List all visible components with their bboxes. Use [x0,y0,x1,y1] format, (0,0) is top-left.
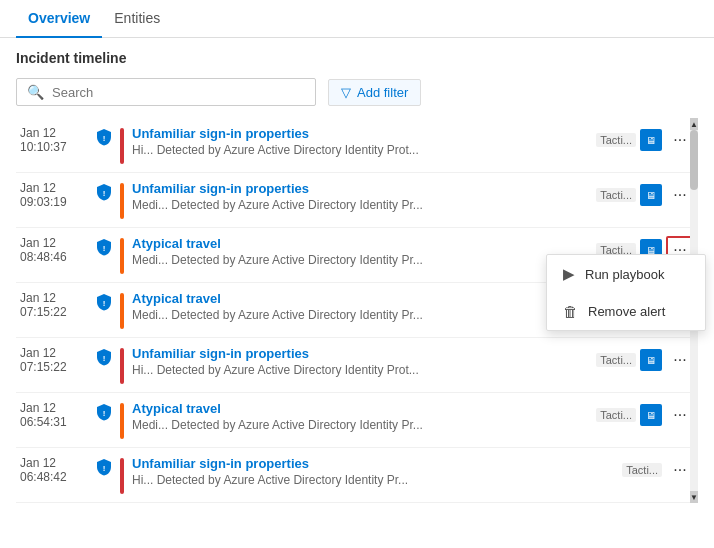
severity-indicator [120,348,124,384]
shield-icon: ! [94,128,114,146]
date-col: Jan 12 07:15:22 [20,291,88,319]
date: Jan 12 [20,181,88,195]
shield-icon: ! [94,458,114,476]
tactic-tag: Tacti... [622,463,662,477]
right-area: Tacti... 🖥 ··· [596,401,694,429]
time: 08:48:46 [20,250,88,264]
scroll-up-button[interactable]: ▲ [690,118,698,130]
search-input[interactable] [52,85,305,100]
menu-icon: 🗑 [563,303,578,320]
tactic-tag: Tacti... [596,188,636,202]
menu-item-label: Run playbook [585,267,665,282]
context-menu-item-run-playbook[interactable]: ▶Run playbook [547,255,705,293]
item-title: Atypical travel [132,401,592,416]
item-desc: Hi... Detected by Azure Active Directory… [132,363,592,377]
scroll-down-button[interactable]: ▼ [690,491,698,503]
svg-text:!: ! [103,299,106,308]
svg-text:🖥: 🖥 [646,135,656,146]
item-title: Atypical travel [132,236,592,251]
timeline-item: Jan 12 10:10:37 ! Unfamiliar sign-in pro… [16,118,698,173]
date: Jan 12 [20,236,88,250]
svg-text:!: ! [103,244,106,253]
date-col: Jan 12 10:10:37 [20,126,88,154]
item-content: Unfamiliar sign-in properties Hi... Dete… [132,126,592,157]
severity-indicator [120,458,124,494]
svg-text:🖥: 🖥 [646,355,656,366]
add-filter-button[interactable]: ▽ Add filter [328,79,421,106]
item-content: Atypical travel Medi... Detected by Azur… [132,236,592,267]
alert-icon[interactable]: 🖥 [640,349,662,371]
severity-indicator [120,293,124,329]
item-content: Unfamiliar sign-in properties Hi... Dete… [132,456,618,487]
date-col: Jan 12 08:48:46 [20,236,88,264]
search-box[interactable]: 🔍 [16,78,316,106]
timeline-item: Jan 12 07:15:22 ! Unfamiliar sign-in pro… [16,338,698,393]
tactic-tag: Tacti... [596,408,636,422]
time: 07:15:22 [20,305,88,319]
toolbar: 🔍 ▽ Add filter [16,78,698,106]
item-desc: Hi... Detected by Azure Active Directory… [132,473,618,487]
date-col: Jan 12 06:54:31 [20,401,88,429]
timeline-item: Jan 12 09:03:19 ! Unfamiliar sign-in pro… [16,173,698,228]
time: 09:03:19 [20,195,88,209]
scrollbar-thumb[interactable] [690,130,698,190]
item-desc: Medi... Detected by Azure Active Directo… [132,418,592,432]
date-col: Jan 12 09:03:19 [20,181,88,209]
severity-indicator [120,238,124,274]
shield-icon: ! [94,238,114,256]
shield-icon: ! [94,403,114,421]
item-title: Unfamiliar sign-in properties [132,346,592,361]
item-title: Unfamiliar sign-in properties [132,181,592,196]
item-title: Unfamiliar sign-in properties [132,126,592,141]
severity-indicator [120,128,124,164]
right-area: Tacti... ··· [622,456,694,484]
right-area: Tacti... 🖥 ··· [596,126,694,154]
svg-text:🖥: 🖥 [646,190,656,201]
time: 06:54:31 [20,415,88,429]
date: Jan 12 [20,456,88,470]
item-content: Unfamiliar sign-in properties Medi... De… [132,181,592,212]
date: Jan 12 [20,126,88,140]
time: 06:48:42 [20,470,88,484]
search-icon: 🔍 [27,84,44,100]
date-col: Jan 12 06:48:42 [20,456,88,484]
timeline-item: Jan 12 06:54:31 ! Atypical travel Medi..… [16,393,698,448]
tactic-tag: Tacti... [596,353,636,367]
svg-text:!: ! [103,134,106,143]
tactic-tag: Tacti... [596,133,636,147]
item-title: Unfamiliar sign-in properties [132,456,618,471]
item-desc: Medi... Detected by Azure Active Directo… [132,198,592,212]
svg-text:🖥: 🖥 [646,410,656,421]
tab-bar: Overview Entities [0,0,714,38]
item-desc: Medi... Detected by Azure Active Directo… [132,253,592,267]
severity-indicator [120,183,124,219]
tab-entities[interactable]: Entities [102,0,172,38]
item-desc: Hi... Detected by Azure Active Directory… [132,143,592,157]
timeline-item: Jan 12 06:48:42 ! Unfamiliar sign-in pro… [16,448,698,503]
date-col: Jan 12 07:15:22 [20,346,88,374]
time: 10:10:37 [20,140,88,154]
item-desc: Medi... Detected by Azure Active Directo… [132,308,592,322]
time: 07:15:22 [20,360,88,374]
svg-text:!: ! [103,464,106,473]
shield-icon: ! [94,348,114,366]
menu-icon: ▶ [563,265,575,283]
item-content: Unfamiliar sign-in properties Hi... Dete… [132,346,592,377]
alert-icon[interactable]: 🖥 [640,404,662,426]
svg-text:!: ! [103,189,106,198]
shield-icon: ! [94,183,114,201]
alert-icon[interactable]: 🖥 [640,129,662,151]
context-menu-item-remove-alert[interactable]: 🗑Remove alert [547,293,705,330]
alert-icon[interactable]: 🖥 [640,184,662,206]
right-area: Tacti... 🖥 ··· [596,181,694,209]
filter-icon: ▽ [341,85,351,100]
tab-overview[interactable]: Overview [16,0,102,38]
date: Jan 12 [20,291,88,305]
svg-text:!: ! [103,409,106,418]
context-menu: ▶Run playbook🗑Remove alert [546,254,706,331]
menu-item-label: Remove alert [588,304,665,319]
date: Jan 12 [20,401,88,415]
severity-indicator [120,403,124,439]
item-title: Atypical travel [132,291,592,306]
section-title: Incident timeline [16,50,698,66]
